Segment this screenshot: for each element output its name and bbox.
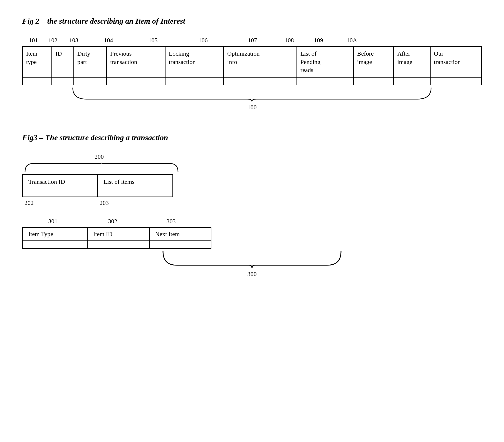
struct300-empty-cell-1 (87, 241, 149, 249)
fig2-brace-label: 100 (248, 104, 257, 111)
transaction-header-row: Transaction IDList of items (23, 175, 173, 189)
struct300-field-num-2: 303 (142, 218, 200, 225)
label-200-num: 200 (95, 153, 104, 160)
struct300-field-nums: 301302303 (22, 218, 482, 225)
struct300-field-2: Next Item (149, 227, 211, 241)
transaction-table: Transaction IDList of items (22, 174, 173, 197)
fig2-table: Item typeIDDirty partPrevious transactio… (22, 46, 482, 85)
struct300-field-1: Item ID (87, 227, 149, 241)
fig2-field-num-107: 107 (231, 37, 274, 44)
transaction-field-0: Transaction ID (23, 175, 98, 189)
struct300-field-num-1: 302 (83, 218, 142, 225)
fig3-section: Fig3 – The structure describing a transa… (22, 133, 482, 278)
fig2-empty-cell-4 (165, 77, 224, 85)
fig2-field-num-104: 104 (86, 37, 131, 44)
fig2-empty-row (23, 77, 481, 85)
fig2-field-num-103: 103 (61, 37, 86, 44)
fig2-empty-cell-6 (297, 77, 354, 85)
fig2-brace: 100 (22, 86, 482, 111)
fig2-field-num-105: 105 (131, 37, 175, 44)
struct300-empty-cell-0 (23, 241, 87, 249)
fig2-field-0: Item type (23, 46, 52, 77)
fig2-field-num-109: 109 (305, 37, 332, 44)
fig2-empty-cell-2 (74, 77, 107, 85)
fig2-field-num-10A: 10A (332, 37, 371, 44)
fig2-field-num-101: 101 (22, 37, 45, 44)
fig2-field-8: After image (394, 46, 430, 77)
fig2-empty-cell-7 (354, 77, 394, 85)
fig2-field-3: Previous transaction (107, 46, 165, 77)
struct300-wrapper: 301302303 Item TypeItem IDNext Item 300 (22, 218, 482, 278)
fig2-empty-cell-0 (23, 77, 52, 85)
transaction-empty-cell-1 (98, 189, 173, 197)
transaction-sub-labels: 202203 (22, 199, 181, 207)
fig2-empty-cell-5 (224, 77, 297, 85)
fig2-field-num-108: 108 (274, 37, 305, 44)
transaction-field-1: List of items (98, 175, 173, 189)
label-300: 300 (248, 270, 257, 278)
fig2-title: Fig 2 – the structure describing an Item… (22, 17, 482, 26)
fig2-empty-cell-1 (52, 77, 74, 85)
fig2-empty-cell-8 (394, 77, 430, 85)
fig2-field-5: Optimization info (224, 46, 297, 77)
fig2-section: Fig 2 – the structure describing an Item… (22, 17, 482, 111)
fig2-field-9: Our transaction (430, 46, 481, 77)
struct300-empty-cell-2 (149, 241, 211, 249)
fig2-field-7: Before image (354, 46, 394, 77)
fig2-empty-cell-3 (107, 77, 165, 85)
struct300-header-row: Item TypeItem IDNext Item (23, 227, 211, 241)
fig2-field-4: Locking transaction (165, 46, 224, 77)
transaction-sub-label-1: 203 (97, 199, 172, 207)
fig2-struct-wrapper: 10110210310410510610710810910A Item type… (22, 37, 482, 111)
struct300-empty-row (23, 241, 211, 249)
struct300-table: Item TypeItem IDNext Item (22, 227, 211, 249)
brace200-top (22, 162, 181, 174)
transaction-empty-cell-0 (23, 189, 98, 197)
fig2-empty-cell-9 (430, 77, 481, 85)
brace300: 300 (22, 250, 482, 278)
fig2-header-row: Item typeIDDirty partPrevious transactio… (23, 46, 481, 77)
label-200-row: 200 (95, 153, 482, 160)
fig3-transaction-struct: 200 Transaction IDList of items 202203 (22, 153, 482, 207)
fig2-field-2: Dirty part (74, 46, 107, 77)
transaction-sub-label-0: 202 (22, 199, 97, 207)
fig2-field-num-106: 106 (175, 37, 231, 44)
struct300-field-num-0: 301 (22, 218, 83, 225)
fig2-field-numbers: 10110210310410510610710810910A (22, 37, 482, 44)
brace300-svg (157, 250, 347, 269)
brace200-svg (22, 162, 181, 173)
transaction-empty-row (23, 189, 173, 197)
struct300-field-0: Item Type (23, 227, 87, 241)
fig3-title: Fig3 – The structure describing a transa… (22, 133, 482, 142)
fig2-field-6: List of Pending reads (297, 46, 354, 77)
fig2-brace-svg (68, 86, 436, 103)
fig2-field-num-102: 102 (45, 37, 61, 44)
fig2-field-1: ID (52, 46, 74, 77)
